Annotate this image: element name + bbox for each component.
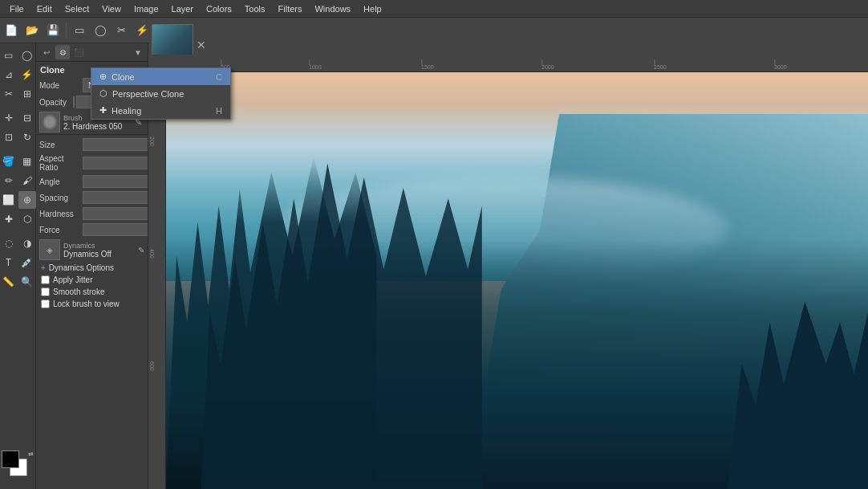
angle-row: Angle ↺ 🔗 [36, 173, 148, 189]
panel-menu-icon[interactable]: ▼ [132, 46, 144, 59]
tool-clone[interactable]: ⊕ [18, 191, 36, 209]
clone-label: Clone [112, 72, 135, 82]
ruler-mark-200: 200 [149, 137, 155, 146]
tool-eyedropper[interactable]: 💉 [18, 254, 36, 271]
tool-align[interactable]: ⊟ [18, 109, 36, 127]
ruler-mark-2000: 2000 [541, 59, 554, 70]
foreground-color-box[interactable] [2, 450, 19, 468]
color-selector: ⇄ [2, 450, 34, 483]
smooth-stroke-label: Smooth stroke [53, 287, 104, 296]
open-button[interactable]: 📂 [22, 21, 42, 40]
ruler-top: 500 1000 1500 2000 2500 3000 [148, 55, 868, 72]
hardness-row: Hardness ↺ 🔗 [36, 206, 148, 222]
tool-eraser[interactable]: ⬜ [0, 191, 18, 209]
ruler-mark-1500: 1500 [421, 59, 434, 70]
dynamics-thumbnail[interactable]: ◈ [39, 239, 60, 260]
lock-brush-row: Lock brush to view [36, 298, 148, 310]
tool-gradient[interactable]: ▦ [18, 153, 36, 170]
lock-brush-label: Lock brush to view [53, 300, 120, 308]
menu-edit[interactable]: Edit [30, 2, 59, 15]
tool-dropdown-menu: ⊕ Clone C ⬡ Perspective Clone ✚ Healing … [91, 67, 231, 120]
tool-paintbucket[interactable]: 🪣 [0, 153, 18, 170]
dynamics-row: ◈ Dynamics Dynamics Off ✎ [36, 238, 148, 262]
dynamics-edit-icon[interactable]: ✎ [138, 246, 144, 255]
tool-crop[interactable]: ⊡ [0, 128, 18, 146]
ruler-left: 200 400 600 [148, 72, 166, 489]
tool-pencil[interactable]: ✏ [0, 172, 18, 189]
menu-filters[interactable]: Filters [272, 2, 309, 15]
tool-measure[interactable]: 📏 [0, 273, 18, 291]
lock-brush-checkbox[interactable] [41, 300, 50, 308]
select-rect-icon[interactable]: ▭ [70, 21, 89, 40]
menubar: File Edit Select View Image Layer Colors… [0, 0, 868, 18]
tool-rect-select[interactable]: ▭ [0, 47, 18, 64]
tool-foreground-select[interactable]: ⊞ [18, 85, 36, 103]
menu-file[interactable]: File [3, 2, 30, 15]
force-label: Force [39, 226, 81, 234]
smooth-stroke-checkbox[interactable] [41, 287, 50, 296]
menu-layer[interactable]: Layer [165, 2, 201, 15]
size-input[interactable] [83, 138, 148, 151]
menu-windows[interactable]: Windows [308, 2, 357, 15]
tool-lasso[interactable]: ⊿ [0, 66, 18, 84]
tool-rotate[interactable]: ↻ [18, 128, 36, 146]
force-input[interactable] [83, 223, 148, 236]
hardness-input[interactable] [83, 207, 148, 220]
dropdown-healing-item[interactable]: ✚ Healing H [91, 102, 230, 119]
aspect-ratio-input[interactable] [83, 157, 148, 169]
select-ellipse-icon[interactable]: ◯ [91, 21, 110, 40]
angle-input[interactable] [83, 175, 148, 188]
undo-tab-icon[interactable]: ↩ [39, 45, 54, 59]
menu-colors[interactable]: Colors [200, 2, 238, 15]
hardness-label: Hardness [39, 210, 81, 218]
tool-heal[interactable]: ✚ [0, 210, 18, 228]
swap-colors-icon[interactable]: ⇄ [28, 450, 34, 458]
opacity-slider[interactable] [73, 96, 75, 108]
save-button[interactable]: 💾 [43, 21, 63, 40]
brush-thumbnail[interactable] [39, 112, 60, 132]
healing-label: Healing [112, 106, 141, 116]
layers-tab-icon[interactable]: ⬛ [71, 45, 86, 59]
menu-view[interactable]: View [95, 2, 128, 15]
new-button[interactable]: 📄 [2, 21, 21, 40]
size-row: Size ↺ 🔗 [36, 137, 148, 153]
spacing-input[interactable] [83, 191, 148, 204]
tool-perspective[interactable]: ⬡ [18, 210, 36, 228]
dynamics-options-label: Dynamics Options [49, 263, 114, 272]
apply-jitter-label: Apply Jitter [53, 275, 92, 284]
menu-help[interactable]: Help [357, 2, 388, 15]
ruler-mark-2500: 2500 [654, 59, 667, 70]
select-free-icon[interactable]: ✂ [112, 21, 131, 40]
tool-move[interactable]: ✛ [0, 109, 18, 127]
menu-tools[interactable]: Tools [238, 2, 272, 15]
opacity-label: Opacity [39, 98, 71, 107]
apply-jitter-checkbox[interactable] [41, 275, 50, 284]
close-thumbnail-button[interactable]: ✕ [197, 39, 206, 51]
tool-paint[interactable]: 🖌 [18, 172, 36, 189]
ruler-mark-1000: 1000 [309, 59, 322, 70]
menu-select[interactable]: Select [59, 2, 96, 15]
clone-shortcut: C [216, 72, 222, 82]
ruler-mark-600: 600 [149, 361, 155, 371]
tool-text[interactable]: T [0, 254, 18, 271]
force-row: Force ↺ [36, 222, 148, 238]
canvas-area[interactable] [166, 72, 868, 489]
dropdown-clone-item[interactable]: ⊕ Clone C [91, 68, 230, 85]
spacing-row: Spacing ↺ 🔗 [36, 189, 148, 206]
tool-fuzzy-select[interactable]: ⚡ [18, 66, 36, 84]
tool-options-tab-icon[interactable]: ⚙ [55, 45, 70, 59]
aspect-ratio-label: Aspect Ratio [39, 154, 81, 172]
apply-jitter-row: Apply Jitter [36, 274, 148, 286]
dynamics-options-row[interactable]: + Dynamics Options [36, 262, 148, 274]
dynamics-options-icon: + [41, 263, 46, 272]
tool-ellipse-select[interactable]: ◯ [18, 47, 36, 64]
ruler-mark-3000: 3000 [774, 59, 787, 70]
menu-image[interactable]: Image [128, 2, 165, 15]
tool-zoom[interactable]: 🔍 [18, 273, 36, 291]
healing-icon: ✚ [99, 105, 107, 116]
tool-dodge[interactable]: ◑ [18, 234, 36, 252]
tool-scissors[interactable]: ✂ [0, 85, 18, 103]
clone-icon: ⊕ [99, 71, 107, 82]
tool-blur[interactable]: ◌ [0, 234, 18, 252]
dropdown-perspective-clone-item[interactable]: ⬡ Perspective Clone [91, 85, 230, 102]
